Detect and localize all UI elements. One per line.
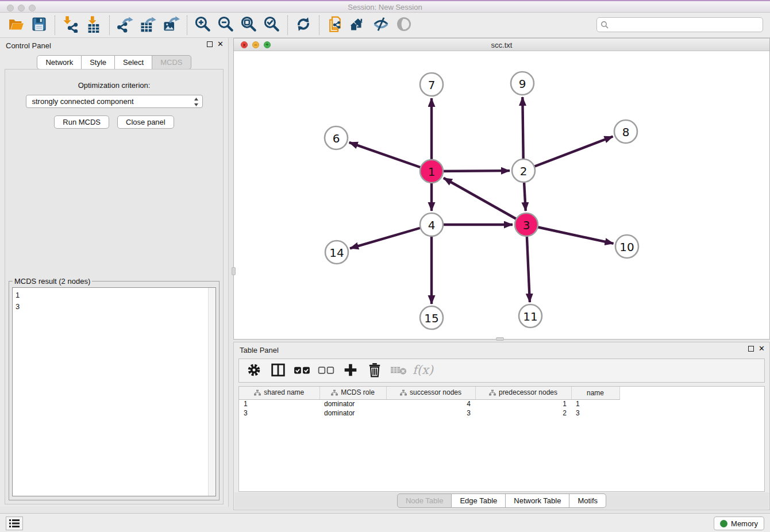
function-icon: f(x) bbox=[411, 362, 435, 380]
table-cell[interactable]: 1 bbox=[571, 399, 619, 408]
graph-node-3[interactable]: 3 bbox=[515, 213, 538, 236]
table-cell[interactable]: 3 bbox=[571, 408, 619, 418]
close-panel-button[interactable]: Close panel bbox=[117, 115, 174, 129]
unchecked-boxes-button[interactable] bbox=[317, 361, 336, 380]
tab-style[interactable]: Style bbox=[82, 55, 115, 70]
import-table-button[interactable] bbox=[82, 15, 105, 36]
network-window-title: scc.txt bbox=[234, 41, 769, 49]
houses-button[interactable] bbox=[346, 15, 369, 36]
memory-button[interactable]: Memory bbox=[714, 516, 764, 530]
split-pane-button[interactable] bbox=[269, 361, 287, 380]
search-input[interactable] bbox=[596, 17, 763, 32]
tab-edge-table[interactable]: Edge Table bbox=[452, 494, 506, 508]
graph-node-10[interactable]: 10 bbox=[615, 235, 638, 258]
graph-node-label: 1 bbox=[428, 165, 436, 179]
eye-disabled-icon bbox=[395, 16, 413, 34]
column-type-icon bbox=[254, 390, 261, 396]
refresh-layout-button[interactable] bbox=[292, 15, 315, 36]
horizontal-splitter-grip[interactable] bbox=[496, 337, 504, 341]
float-panel-icon[interactable] bbox=[207, 41, 213, 47]
table-cell[interactable]: 4 bbox=[386, 399, 475, 408]
column-header-MCDS-role[interactable]: MCDS role bbox=[319, 387, 386, 399]
mcds-result-scrollbar[interactable] bbox=[208, 288, 215, 496]
save-session-button[interactable] bbox=[28, 15, 51, 36]
graph-edge-1-6[interactable] bbox=[349, 142, 432, 171]
graph-node-14[interactable]: 14 bbox=[325, 241, 348, 264]
export-table-button[interactable] bbox=[137, 15, 160, 36]
graph-node-9[interactable]: 9 bbox=[511, 72, 534, 95]
export-image-button[interactable] bbox=[160, 15, 183, 36]
tab-motifs[interactable]: Motifs bbox=[569, 494, 606, 508]
table-cell[interactable]: 1 bbox=[239, 399, 319, 408]
graph-edge-3-10[interactable] bbox=[526, 225, 614, 244]
trash-button[interactable] bbox=[365, 361, 384, 380]
table-cell[interactable]: 1 bbox=[475, 399, 571, 408]
style-preview-button[interactable] bbox=[369, 15, 392, 36]
plus-button[interactable] bbox=[341, 361, 360, 380]
task-history-button[interactable] bbox=[6, 516, 23, 530]
open-session-button[interactable] bbox=[5, 15, 28, 36]
table-cell[interactable]: 3 bbox=[386, 408, 475, 418]
graph-edge-2-8[interactable] bbox=[523, 137, 613, 171]
column-header-successor-nodes[interactable]: successor nodes bbox=[386, 387, 475, 399]
graph-edge-4-14[interactable] bbox=[350, 225, 432, 248]
table-cell[interactable]: 2 bbox=[475, 408, 571, 418]
graph-edge-3-1[interactable] bbox=[444, 178, 526, 225]
column-header-predecessor-nodes[interactable]: predecessor nodes bbox=[475, 387, 571, 399]
zoom-selected-button[interactable] bbox=[260, 15, 283, 36]
zoom-selected-icon bbox=[263, 16, 280, 34]
close-table-panel-icon[interactable]: ✕ bbox=[759, 346, 765, 352]
run-mcds-button[interactable]: Run MCDS bbox=[54, 115, 109, 129]
import-network-icon bbox=[62, 16, 79, 34]
open-session-icon bbox=[7, 16, 25, 34]
graph-node-8[interactable]: 8 bbox=[614, 120, 637, 143]
graph-node-15[interactable]: 15 bbox=[420, 306, 443, 329]
float-table-panel-icon[interactable] bbox=[748, 346, 754, 352]
tab-node-table[interactable]: Node Table bbox=[397, 494, 452, 508]
graph-node-2[interactable]: 2 bbox=[512, 159, 535, 182]
graph-node-11[interactable]: 11 bbox=[519, 304, 542, 327]
trash-icon bbox=[368, 363, 382, 379]
svg-text:f(x): f(x) bbox=[413, 363, 434, 377]
optimization-criterion-select[interactable]: strongly connected component bbox=[26, 95, 203, 108]
table-toolbar: f(x) bbox=[238, 358, 765, 383]
table-cell[interactable]: 3 bbox=[239, 408, 319, 418]
vertical-splitter-grip[interactable] bbox=[232, 267, 236, 275]
mcds-result-text[interactable]: 13 bbox=[12, 287, 216, 496]
refresh-layout-icon bbox=[295, 16, 312, 34]
network-from-selection-icon bbox=[326, 16, 344, 34]
graph-node-label: 2 bbox=[520, 164, 528, 178]
column-header-name[interactable]: name bbox=[571, 387, 619, 399]
column-type-icon bbox=[400, 390, 407, 396]
import-network-button[interactable] bbox=[59, 15, 82, 36]
network-window-titlebar[interactable]: x − + scc.txt bbox=[234, 38, 769, 51]
zoom-out-button[interactable] bbox=[214, 15, 237, 36]
split-pane-icon bbox=[271, 363, 286, 379]
table-row[interactable]: 1dominator411 bbox=[239, 399, 619, 408]
graph-node-6[interactable]: 6 bbox=[325, 126, 348, 149]
graph-node-7[interactable]: 7 bbox=[420, 73, 443, 96]
zoom-fit-button[interactable] bbox=[237, 15, 260, 36]
table-tabs-strip: Node TableEdge TableNetwork TableMotifs bbox=[234, 492, 769, 509]
zoom-in-button[interactable] bbox=[191, 15, 214, 36]
table-row[interactable]: 3dominator323 bbox=[239, 408, 619, 418]
table-cell[interactable]: dominator bbox=[319, 408, 386, 418]
memory-status-icon bbox=[720, 520, 727, 527]
graph-node-1[interactable]: 1 bbox=[420, 160, 443, 183]
checked-boxes-button[interactable] bbox=[293, 361, 311, 380]
tab-select[interactable]: Select bbox=[115, 55, 152, 70]
network-from-selection-button[interactable] bbox=[324, 15, 346, 36]
column-header-shared-name[interactable]: shared name bbox=[239, 387, 319, 399]
graph-node-4[interactable]: 4 bbox=[420, 213, 443, 236]
close-panel-icon[interactable]: ✕ bbox=[217, 41, 224, 47]
tab-network-table[interactable]: Network Table bbox=[506, 494, 569, 508]
network-canvas[interactable]: 7968124314101511 bbox=[234, 51, 769, 339]
table-cell[interactable]: dominator bbox=[319, 399, 386, 408]
tab-mcds[interactable]: MCDS bbox=[152, 55, 191, 70]
panel-splitter[interactable] bbox=[229, 38, 233, 513]
function-button: f(x) bbox=[414, 361, 432, 380]
gear-button[interactable] bbox=[245, 361, 263, 380]
graph-node-label: 8 bbox=[622, 125, 630, 139]
tab-network[interactable]: Network bbox=[37, 55, 82, 70]
export-network-button[interactable] bbox=[114, 15, 137, 36]
